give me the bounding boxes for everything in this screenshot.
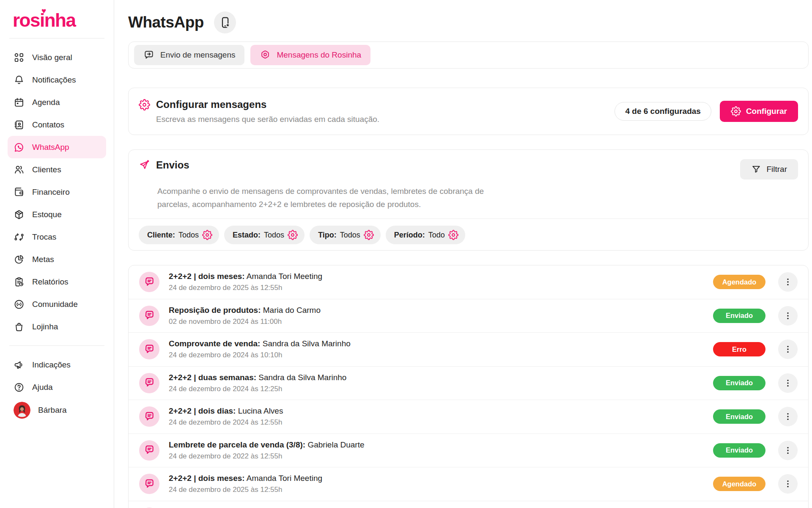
messages-list: 2+2+2 | dois meses: Amanda Tori Meeting … xyxy=(128,265,809,508)
sidebar-item[interactable]: Notificações xyxy=(8,69,106,91)
status-badge: Enviado xyxy=(713,376,765,390)
configured-count-badge: 4 de 6 configuradas xyxy=(614,102,711,121)
configure-card-title: Configurar mensagens xyxy=(156,99,266,110)
sidebar-item[interactable]: Contatos xyxy=(8,113,106,136)
sidebar-item[interactable]: Indicações xyxy=(8,353,106,376)
filter-chip[interactable]: Cliente: Todos xyxy=(139,226,219,244)
kebab-icon xyxy=(783,411,793,422)
sidebar-item[interactable]: Trocas xyxy=(8,226,106,248)
sidebar-item-label: Visão geral xyxy=(32,53,72,62)
swap-icon xyxy=(14,232,25,243)
kebab-menu-button[interactable] xyxy=(778,340,798,359)
kebab-menu-button[interactable] xyxy=(778,407,798,426)
kebab-menu-button[interactable] xyxy=(778,474,798,494)
filter-value: Todo xyxy=(428,231,445,240)
paper-plane-icon xyxy=(139,160,150,171)
filter-chip[interactable]: Período: Todo xyxy=(386,226,465,244)
kebab-icon xyxy=(783,344,793,354)
clipboard-clock-icon xyxy=(14,276,25,287)
kebab-menu-button[interactable] xyxy=(778,373,798,393)
message-date: 24 de dezembro de 2025 às 12:55h xyxy=(169,486,322,494)
sidebar-item[interactable]: Lojinha xyxy=(8,315,106,338)
chat-bubble-icon xyxy=(144,310,155,321)
sidebar-item[interactable]: Estoque xyxy=(8,203,106,226)
status-badge: Enviado xyxy=(713,309,765,323)
kebab-icon xyxy=(783,277,793,287)
tab-label: Mensagens do Rosinha xyxy=(277,50,361,60)
status-badge: Enviado xyxy=(713,409,765,424)
user-menu[interactable]: Bárbara xyxy=(8,398,106,422)
sidebar-item-label: Estoque xyxy=(32,210,62,219)
app-root: rosinha Visão geral Notificações Agenda xyxy=(0,0,812,508)
main-content: WhatsApp Envio de mensagens Mensagens do… xyxy=(114,0,812,508)
sidebar-item-label: Lojinha xyxy=(32,322,58,331)
configure-messages-card: Configurar mensagens Escreva as mensagen… xyxy=(128,88,809,135)
chat-bubble-icon xyxy=(144,478,155,490)
message-title: 2+2+2 | dois meses: Amanda Tori Meeting xyxy=(169,474,322,483)
whatsapp-icon xyxy=(14,142,25,153)
hexagon-badge-icon xyxy=(260,50,271,61)
filter-chip[interactable]: Estado: Todos xyxy=(224,226,304,244)
sidebar-item[interactable]: Relatórios xyxy=(8,271,106,293)
page-header: WhatsApp xyxy=(128,9,809,36)
sidebar-item[interactable]: Agenda xyxy=(8,91,106,113)
message-row: 2+2+2 | duas semanas: Sandra da Silva Ma… xyxy=(129,367,808,400)
filter-label: Estado: xyxy=(233,231,261,240)
kebab-menu-button[interactable] xyxy=(778,306,798,326)
sidebar-item-label: Metas xyxy=(32,255,54,264)
sidebar-item[interactable]: Clientes xyxy=(8,158,106,181)
bag-icon xyxy=(14,321,25,332)
sidebar-item[interactable]: Ajuda xyxy=(8,376,106,398)
kebab-icon xyxy=(783,479,793,489)
filter-value: Todos xyxy=(264,231,284,240)
gear-icon xyxy=(731,106,741,116)
chat-bubble-icon xyxy=(144,276,155,288)
chat-bubble-icon xyxy=(144,344,155,355)
sidebar-item[interactable]: WhatsApp xyxy=(8,136,106,158)
sidebar-item-label: Contatos xyxy=(32,120,64,130)
sidebar-divider xyxy=(9,38,104,39)
gear-icon xyxy=(202,230,212,240)
status-badge: Enviado xyxy=(713,443,765,458)
chat-bubble-icon xyxy=(144,411,155,422)
sidebar-item-label: Trocas xyxy=(32,232,56,242)
sidebar-item[interactable]: Comunidade xyxy=(8,293,106,315)
broadcast-icon xyxy=(14,299,25,310)
message-date: 02 de novembro de 2024 às 11:00h xyxy=(169,318,321,326)
phone-settings-button[interactable] xyxy=(214,11,236,33)
message-date: 24 de dezembro de 2024 às 12:25h xyxy=(169,385,346,393)
chat-bubble-icon xyxy=(144,444,155,456)
sidebar-item-label: Clientes xyxy=(32,165,61,174)
message-title: Reposição de produtos: Maria do Carmo xyxy=(169,306,321,315)
tab-envio-de-mensagens[interactable]: Envio de mensagens xyxy=(134,45,244,65)
configure-button[interactable]: Configurar xyxy=(720,101,798,122)
funnel-icon xyxy=(751,164,761,174)
sidebar: rosinha Visão geral Notificações Agenda xyxy=(0,0,114,508)
megaphone-icon xyxy=(14,359,25,370)
brand-logo: rosinha xyxy=(8,10,106,30)
sidebar-item-label: WhatsApp xyxy=(32,143,69,152)
sidebar-item-label: Relatórios xyxy=(32,277,69,287)
filter-chip[interactable]: Tipo: Todos xyxy=(310,226,381,244)
sidebar-item-label: Comunidade xyxy=(32,300,78,309)
tab-mensagens-do-rosinha[interactable]: Mensagens do Rosinha xyxy=(250,45,370,65)
sidebar-item[interactable]: Metas xyxy=(8,248,106,271)
message-title: 2+2+2 | dois dias: Lucina Alves xyxy=(169,406,283,416)
message-date: 24 de dezembro de 2022 às 12:55h xyxy=(169,452,365,461)
sidebar-divider xyxy=(9,345,104,346)
envios-card-title: Envios xyxy=(156,159,189,171)
message-row: Comprovante de venda: Sandra da Silva Ma… xyxy=(129,333,808,367)
bell-icon xyxy=(14,75,25,86)
envios-description: Acompanhe o envio de mensagens de compro… xyxy=(157,185,504,211)
sidebar-item[interactable]: Financeiro xyxy=(8,181,106,203)
page-title: WhatsApp xyxy=(128,14,204,31)
kebab-menu-button[interactable] xyxy=(778,272,798,292)
sidebar-item[interactable]: Visão geral xyxy=(8,46,106,69)
users-icon xyxy=(14,164,25,175)
sidebar-item-label: Agenda xyxy=(32,98,60,107)
message-date: 24 de dezembro de 2024 às 12:55h xyxy=(169,418,283,427)
filter-button[interactable]: Filtrar xyxy=(740,159,798,179)
kebab-menu-button[interactable] xyxy=(778,441,798,460)
heart-icon xyxy=(41,7,46,16)
contacts-icon xyxy=(14,119,25,130)
